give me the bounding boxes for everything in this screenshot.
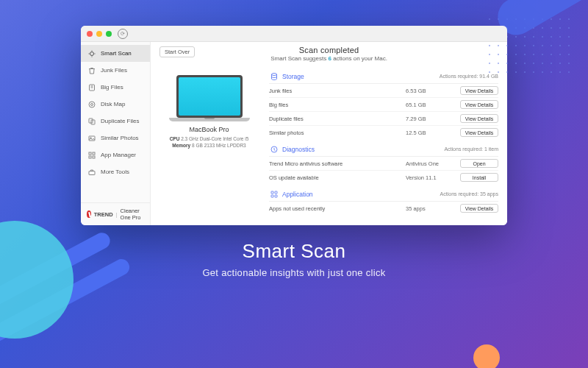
storage-row: Similar photos 12.5 GBView Details [269,126,498,139]
application-required: Actions required: 35 apps [440,191,498,197]
svg-rect-15 [271,191,273,194]
section-title: Application [282,191,313,198]
apps-icon [87,150,96,160]
storage-section: Storage Actions required: 91.4 GB Junk f… [269,69,498,139]
sidebar-item-duplicate-files[interactable]: Duplicate Files [81,113,150,130]
duplicate-icon [87,116,96,126]
main-panel: Start Over Scan completed Smart Scan sug… [151,42,507,225]
svg-point-0 [90,52,93,55]
sidebar-item-similar-photos[interactable]: Similar Photos [81,130,150,146]
page-title: Scan completed [195,46,463,54]
app-window: ⟳ Smart Scan Junk Files Big Files D [81,26,507,225]
svg-point-2 [89,102,95,107]
sidebar-item-label: Similar Photos [101,135,139,141]
svg-rect-18 [275,195,277,197]
storage-required: Actions required: 91.4 GB [440,74,498,79]
storage-row: Duplicate files 7.29 GBView Details [269,112,498,126]
photos-icon [87,133,96,143]
sidebar-item-big-files[interactable]: Big Files [81,79,150,96]
svg-rect-11 [93,156,95,158]
toolbox-icon [87,167,96,177]
device-name: MacBook Pro [159,126,259,133]
svg-rect-10 [89,156,91,158]
sidebar-item-label: Smart Scan [101,50,132,57]
storage-icon [269,71,279,81]
big-files-icon [87,82,96,92]
maximize-icon[interactable] [106,31,112,37]
application-section: Application Actions required: 35 apps Ap… [269,187,498,215]
trash-icon [87,66,96,75]
minimize-icon[interactable] [96,31,102,37]
laptop-illustration [169,75,250,121]
diagnostics-icon [269,144,279,154]
product-name: Cleaner One Pro [121,208,144,221]
svg-rect-9 [93,152,95,155]
svg-point-3 [90,103,93,105]
window-controls [87,31,112,37]
sidebar-item-disk-map[interactable]: Disk Map [81,96,150,113]
device-specs: CPU 2.3 GHz Dual-Core Intel Core i5 Memo… [159,135,259,149]
disk-map-icon [87,99,96,109]
view-details-button[interactable]: View Details [460,114,498,123]
sidebar-item-label: App Manager [101,152,136,158]
sidebar-item-label: Disk Map [101,101,125,107]
page-subtitle: Smart Scan suggests 6 actions on your Ma… [195,55,463,62]
titlebar: ⟳ [81,26,507,42]
sidebar-item-app-manager[interactable]: App Manager [81,146,150,163]
trend-logo-icon [87,210,91,218]
section-title: Storage [282,73,304,80]
svg-rect-16 [275,191,277,194]
sidebar: Smart Scan Junk Files Big Files Disk Map… [81,42,151,225]
view-details-button[interactable]: View Details [460,86,498,95]
section-title: Diagnostics [282,146,315,153]
svg-rect-8 [89,152,91,155]
diagnostics-section: Diagnostics Actions required: 1 item Tre… [269,142,498,184]
hero: Smart Scan Get actionable insights with … [202,240,385,278]
install-button[interactable]: Install [460,173,498,182]
svg-rect-12 [89,171,95,174]
svg-rect-6 [89,136,95,141]
brand-name: TREND [94,211,113,218]
storage-row: Junk files 6.53 GBView Details [269,84,498,98]
sidebar-item-junk-files[interactable]: Junk Files [81,62,150,79]
sidebar-item-label: More Tools [101,169,129,175]
sidebar-item-label: Junk Files [101,67,127,74]
application-icon [269,189,279,199]
brand-bar: TREND | Cleaner One Pro [81,202,150,225]
svg-point-13 [271,73,276,75]
sidebar-item-label: Duplicate Files [101,118,139,124]
view-details-button[interactable]: View Details [460,204,498,213]
diagnostics-row: Trend Micro antivirus software Antivirus… [269,157,498,171]
hero-title: Smart Scan [202,240,385,263]
diagnostics-required: Actions required: 1 item [444,146,498,152]
sidebar-item-smart-scan[interactable]: Smart Scan [81,45,150,62]
smart-scan-icon [87,49,96,58]
open-button[interactable]: Open [460,159,498,168]
device-summary: MacBook Pro CPU 2.3 GHz Dual-Core Intel … [159,69,259,218]
close-icon[interactable] [87,31,93,37]
storage-row: Big files 65.1 GBView Details [269,98,498,112]
view-details-button[interactable]: View Details [460,128,498,137]
app-badge-icon: ⟳ [118,29,128,39]
hero-subtitle: Get actionable insights with just one cl… [202,267,385,278]
sidebar-item-label: Big Files [101,84,123,91]
svg-rect-17 [271,195,273,197]
diagnostics-row: OS update available Version 11.1Install [269,171,498,184]
view-details-button[interactable]: View Details [460,100,498,109]
start-over-button[interactable]: Start Over [159,46,195,57]
sidebar-item-more-tools[interactable]: More Tools [81,163,150,180]
application-row: Apps not used recently 35 appsView Detai… [269,202,498,215]
